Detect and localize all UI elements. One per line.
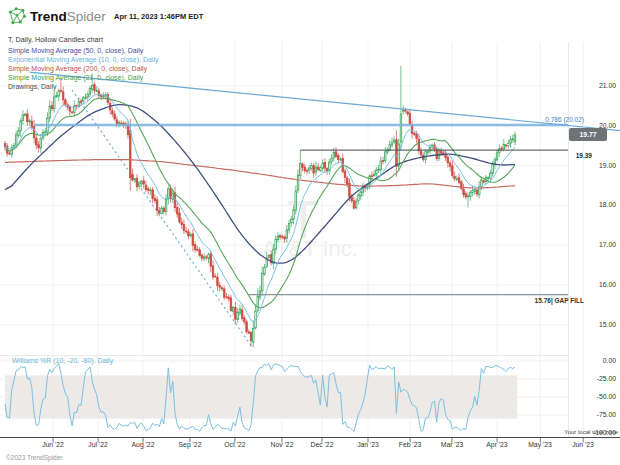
sma200-line[interactable] <box>5 160 515 188</box>
x-tick-label: Sep '22 <box>168 441 212 448</box>
indicator-legend: Simple Moving Average (50, 0, close), Da… <box>8 46 158 82</box>
price-tick-label: 17.00 <box>576 241 616 249</box>
x-tick-label: Feb '23 <box>388 441 432 448</box>
brand-name[interactable]: TrendSpider <box>30 7 106 27</box>
gap-fill-label[interactable]: 15.76| GAP FILL <box>494 297 584 304</box>
x-tick-label: May '23 <box>518 441 562 448</box>
brand-trend: Trend <box>30 9 67 24</box>
fib-level-label[interactable]: 0.786 (20.02) <box>464 116 584 123</box>
price-tick-label: 16.00 <box>576 281 616 289</box>
x-tick-label: Jun '23 <box>561 441 605 448</box>
x-tick-label: Jul '22 <box>76 441 120 448</box>
x-tick-label: Aug '22 <box>121 441 165 448</box>
timezone-note[interactable]: Your local time zone <box>564 429 618 435</box>
level-drawings[interactable] <box>34 125 569 295</box>
price-tick-label: 15.00 <box>576 321 616 329</box>
wr-tick-label: -50.00 <box>576 393 616 401</box>
trendspider-chart-window: T AT&T Inc. TrendSpider Apr 11, 2023 1:4… <box>0 0 620 465</box>
drawings-label[interactable]: Drawings, Daily <box>8 83 57 90</box>
price-tick-label: 18.00 <box>576 201 616 209</box>
brand-spider: Spider <box>67 9 106 24</box>
price-tick-label: 19.00 <box>576 162 616 170</box>
price-tick-label: 21.00 <box>576 82 616 90</box>
wr-pane-title[interactable]: Williams %R (10, -20, -80), Daily <box>12 357 113 364</box>
current-price-badge: 19.77 <box>569 128 607 141</box>
wr-tick-label: -75.00 <box>576 411 616 419</box>
copyright-note: ©2023 TrendSpider <box>6 454 62 461</box>
resistance-level-label[interactable]: 19.39 <box>532 152 592 159</box>
x-tick-label: Jun '22 <box>31 441 75 448</box>
trendspider-logo-icon[interactable] <box>7 7 27 27</box>
wr-tick-label: -25.00 <box>576 375 616 383</box>
drawing-dotted-decline[interactable] <box>72 90 252 347</box>
indicator-label[interactable]: Exponential Moving Average (10, 0, close… <box>8 55 158 64</box>
x-tick-label: Dec '22 <box>300 441 344 448</box>
candles <box>4 66 515 347</box>
x-tick-label: Mar '23 <box>430 441 474 448</box>
indicator-label[interactable]: Simple Moving Average (21, 0, close), Da… <box>8 73 158 82</box>
x-tick-label: Oct '22 <box>213 441 257 448</box>
williams-r-pane <box>5 363 517 432</box>
sma21-line[interactable] <box>5 98 515 308</box>
x-tick-label: Apr '23 <box>475 441 519 448</box>
clock-timestamp: Apr 11, 2023 1:46PM EDT <box>114 12 203 21</box>
wr-tick-label: 0.00 <box>576 357 616 365</box>
indicator-label[interactable]: Simple Moving Average (50, 0, close), Da… <box>8 46 158 55</box>
x-tick-label: Jan '23 <box>346 441 390 448</box>
chart-title: T, Daily, Hollow Candles chart <box>8 35 103 44</box>
indicator-label[interactable]: Simple Moving Average (200, 0, close), D… <box>8 64 158 73</box>
x-tick-label: Nov '22 <box>260 441 304 448</box>
